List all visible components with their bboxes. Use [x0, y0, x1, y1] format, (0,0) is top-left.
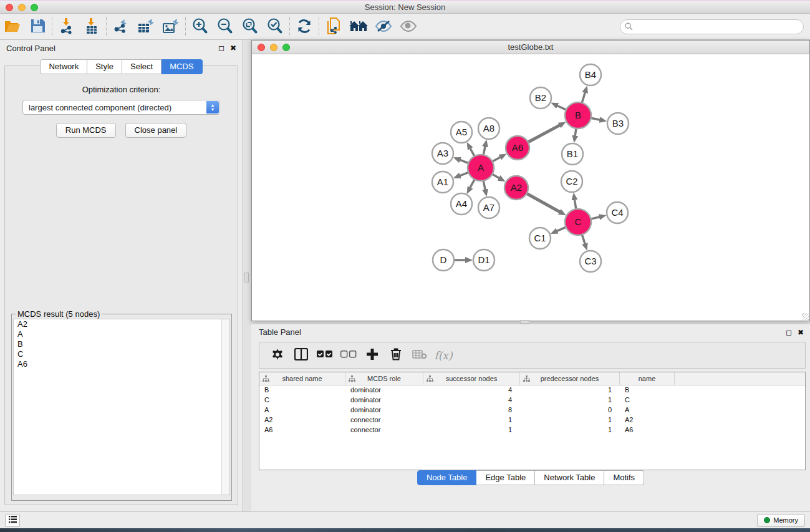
- graph-node-C1[interactable]: C1: [529, 228, 551, 249]
- home-button[interactable]: [346, 16, 371, 38]
- table-row[interactable]: A6connector11A6: [259, 425, 805, 435]
- edge-B-B1[interactable]: [575, 128, 576, 137]
- edge-A-A8[interactable]: [483, 146, 485, 155]
- open-session-button[interactable]: [0, 16, 25, 38]
- edge-C-C1[interactable]: [557, 227, 566, 231]
- cell-successors[interactable]: 1: [423, 425, 520, 435]
- edge-A-A3[interactable]: [460, 160, 468, 163]
- cell-shared_name[interactable]: A6: [259, 425, 345, 435]
- edge-A-A5[interactable]: [470, 148, 475, 156]
- column-header-predecessor-nodes[interactable]: predecessor nodes: [520, 372, 620, 385]
- edge-C-C4[interactable]: [591, 217, 599, 219]
- import-network-button[interactable]: [54, 16, 79, 38]
- memory-button[interactable]: Memory: [757, 514, 805, 527]
- float-panel-icon[interactable]: ◻: [786, 329, 792, 336]
- tab-select[interactable]: Select: [122, 59, 162, 74]
- graph-node-B3[interactable]: B3: [607, 113, 629, 134]
- graph-node-D[interactable]: D: [433, 249, 454, 271]
- cell-predecessors[interactable]: 0: [520, 405, 620, 415]
- mcds-result-item[interactable]: A6: [14, 359, 229, 369]
- show-details-button[interactable]: [396, 16, 421, 38]
- task-history-button[interactable]: [5, 514, 20, 527]
- function-builder-button[interactable]: f(x): [432, 344, 455, 367]
- network-close-button[interactable]: [258, 44, 265, 51]
- cell-mcds_role[interactable]: connector: [345, 415, 423, 425]
- tab-node-table[interactable]: Node Table: [417, 470, 477, 485]
- cell-name[interactable]: B: [620, 385, 675, 395]
- export-table-button[interactable]: [133, 16, 158, 38]
- delete-table-button[interactable]: [408, 344, 432, 367]
- minimize-window-button[interactable]: [18, 4, 26, 11]
- graph-node-B4[interactable]: B4: [580, 64, 601, 85]
- mcds-result-item[interactable]: A: [14, 329, 229, 339]
- import-table-button[interactable]: [79, 16, 104, 38]
- cell-successors[interactable]: 4: [423, 395, 520, 405]
- split-divider-handle[interactable]: [520, 320, 529, 324]
- cell-name[interactable]: C: [620, 395, 675, 405]
- edge-A-A7[interactable]: [483, 181, 485, 190]
- mcds-result-list[interactable]: A2ABCA6: [13, 319, 230, 495]
- run-mcds-button[interactable]: Run MCDS: [56, 123, 116, 138]
- mcds-result-item[interactable]: B: [14, 339, 229, 349]
- zoom-fit-button[interactable]: [238, 16, 263, 38]
- resize-grip[interactable]: [802, 313, 809, 320]
- cell-mcds_role[interactable]: dominator: [345, 395, 423, 405]
- scrollbar[interactable]: [221, 319, 229, 495]
- column-header-successor-nodes[interactable]: successor nodes: [423, 372, 520, 385]
- edge-C-C2[interactable]: [574, 200, 576, 210]
- close-panel-icon[interactable]: ✖: [230, 44, 236, 52]
- graph-node-A[interactable]: A: [468, 155, 494, 181]
- graph-node-C4[interactable]: C4: [607, 202, 628, 223]
- cell-shared_name[interactable]: C: [259, 395, 345, 405]
- cell-name[interactable]: A: [620, 405, 675, 415]
- zoom-window-button[interactable]: [31, 4, 38, 11]
- tab-mcds[interactable]: MCDS: [162, 59, 202, 74]
- edge-A-A2[interactable]: [492, 174, 499, 178]
- zoom-out-button[interactable]: [213, 16, 238, 38]
- graph-node-C2[interactable]: C2: [561, 171, 582, 192]
- cell-predecessors[interactable]: 1: [520, 415, 620, 425]
- edge-A-A4[interactable]: [470, 180, 475, 188]
- cell-mcds_role[interactable]: dominator: [345, 405, 423, 415]
- cell-shared_name[interactable]: B: [259, 385, 345, 395]
- zoom-selected-button[interactable]: [263, 16, 287, 38]
- graph-node-A6[interactable]: A6: [506, 136, 529, 160]
- cell-predecessors[interactable]: 1: [520, 425, 620, 435]
- network-graph[interactable]: AA1A3A4A5A7A8A6A2BB1B2B3B4CC1C2C3C4DD1: [252, 54, 801, 321]
- edge-A2-C[interactable]: [527, 193, 561, 212]
- close-window-button[interactable]: [6, 4, 13, 11]
- edge-B-B4[interactable]: [582, 92, 585, 103]
- graph-node-A7[interactable]: A7: [478, 197, 499, 218]
- export-network-button[interactable]: [108, 16, 133, 38]
- cell-predecessors[interactable]: 1: [520, 395, 620, 405]
- table-row[interactable]: Adominator80A: [259, 405, 805, 415]
- cell-predecessors[interactable]: 1: [520, 385, 620, 395]
- select-all-columns-button[interactable]: [313, 344, 337, 367]
- cell-successors[interactable]: 1: [423, 415, 520, 425]
- network-minimize-button[interactable]: [270, 44, 277, 51]
- tab-style[interactable]: Style: [87, 59, 122, 74]
- column-header-name[interactable]: name: [620, 372, 675, 385]
- delete-column-button[interactable]: [384, 344, 408, 367]
- cell-shared_name[interactable]: A2: [259, 415, 345, 425]
- zoom-in-button[interactable]: [188, 16, 213, 38]
- graph-node-D1[interactable]: D1: [473, 249, 494, 271]
- column-header-MCDS-role[interactable]: MCDS role: [345, 372, 423, 385]
- cell-shared_name[interactable]: A: [259, 405, 345, 415]
- graph-node-B[interactable]: B: [565, 102, 591, 128]
- cell-mcds_role[interactable]: dominator: [345, 385, 423, 395]
- refresh-button[interactable]: [292, 16, 317, 38]
- mcds-result-item[interactable]: C: [14, 349, 229, 359]
- graph-node-C[interactable]: C: [565, 209, 591, 235]
- export-image-button[interactable]: [158, 16, 183, 38]
- close-panel-button[interactable]: Close panel: [125, 123, 187, 138]
- split-view-button[interactable]: [289, 344, 313, 367]
- deselect-all-columns-button[interactable]: [337, 344, 360, 367]
- save-session-button[interactable]: [25, 16, 50, 38]
- table-row[interactable]: Bdominator41B: [259, 385, 805, 395]
- cell-successors[interactable]: 8: [423, 405, 520, 415]
- graph-node-A4[interactable]: A4: [451, 193, 472, 215]
- network-zoom-button[interactable]: [282, 44, 290, 51]
- search-input[interactable]: [620, 19, 804, 34]
- create-column-button[interactable]: [360, 344, 384, 367]
